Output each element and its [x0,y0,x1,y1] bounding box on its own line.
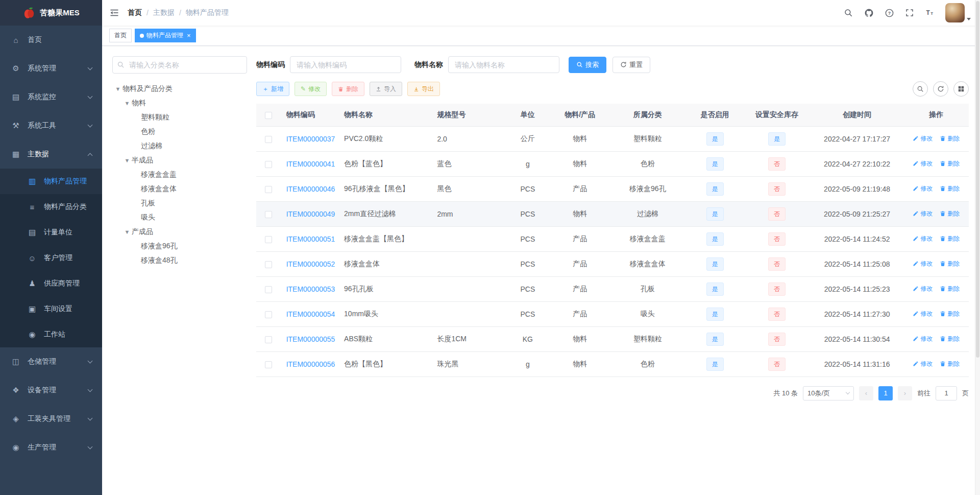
tree-node-9[interactable]: ▼吸头 [112,210,247,225]
tree-node-0[interactable]: ▼物料及产品分类 [112,82,247,96]
search-icon[interactable] [843,8,853,18]
sidebar-item-system-manage[interactable]: ⚙系统管理 [0,54,102,83]
close-icon[interactable]: × [187,32,191,39]
row-delete-button[interactable]: 删除 [940,335,960,343]
material-code-link[interactable]: ITEM00000055 [286,335,335,343]
row-edit-button[interactable]: 修改 [913,335,933,343]
row-delete-button[interactable]: 删除 [940,134,960,143]
row-edit-button[interactable]: 修改 [913,159,933,168]
tree-node-10[interactable]: ▼产成品 [112,225,247,239]
material-code-link[interactable]: ITEM00000056 [286,360,335,368]
sidebar-item-measure-unit[interactable]: ▤计量单位 [0,220,102,245]
edit-button[interactable]: ✎ 修改 [295,82,327,96]
row-checkbox[interactable] [265,211,272,218]
material-code-link[interactable]: ITEM00000041 [286,160,335,168]
sidebar-item-home[interactable]: ⌂首页 [0,26,102,54]
material-code-input[interactable] [290,56,401,73]
row-edit-button[interactable]: 修改 [913,234,933,243]
row-edit-button[interactable]: 修改 [913,184,933,193]
refresh-table-button[interactable] [933,81,948,97]
row-delete-button[interactable]: 删除 [940,209,960,218]
prev-page-button[interactable]: ‹ [859,386,873,400]
export-button[interactable]: 导出 [407,82,440,96]
user-avatar[interactable] [945,3,965,22]
sidebar-item-supplier-manage[interactable]: ♟供应商管理 [0,271,102,296]
material-code-link[interactable]: ITEM00000046 [286,185,335,193]
next-page-button[interactable]: › [898,386,912,400]
row-edit-button[interactable]: 修改 [913,134,933,143]
sidebar-item-workshop-settings[interactable]: ▣车间设置 [0,296,102,322]
github-icon[interactable] [864,8,874,18]
row-checkbox[interactable] [265,286,272,293]
tree-node-2[interactable]: ▼塑料颗粒 [112,110,247,125]
add-button[interactable]: ＋ 新增 [256,82,289,96]
tree-node-8[interactable]: ▼孔板 [112,196,247,210]
breadcrumb-item-0[interactable]: 首页 [128,8,142,17]
fullscreen-icon[interactable] [904,8,915,18]
material-code-link[interactable]: ITEM00000051 [286,235,335,243]
row-edit-button[interactable]: 修改 [913,285,933,293]
scrollbar[interactable] [975,0,980,495]
tree-node-1[interactable]: ▼物料 [112,96,247,110]
font-size-icon[interactable]: TT [925,8,935,18]
row-checkbox[interactable] [265,161,272,168]
sidebar-item-workstation[interactable]: ◉工作站 [0,322,102,347]
tree-node-11[interactable]: ▼移液盒96孔 [112,239,247,253]
row-delete-button[interactable]: 删除 [940,260,960,268]
tab-1[interactable]: 物料产品管理× [135,29,196,42]
tree-node-3[interactable]: ▼色粉 [112,125,247,139]
row-delete-button[interactable]: 删除 [940,234,960,243]
import-button[interactable]: 导入 [370,82,402,96]
sidebar-item-customer-manage[interactable]: ☺客户管理 [0,245,102,271]
material-code-link[interactable]: ITEM00000049 [286,210,335,218]
row-checkbox[interactable] [265,311,272,318]
sidebar-item-material-product-manage[interactable]: ▥物料产品管理 [0,169,102,194]
user-menu[interactable] [945,3,971,22]
row-delete-button[interactable]: 删除 [940,360,960,368]
search-button[interactable]: 搜索 [569,57,606,73]
sidebar-item-fixture-manage[interactable]: ◈工装夹具管理 [0,405,102,433]
scrollbar-thumb[interactable] [976,1,979,358]
row-checkbox[interactable] [265,336,272,343]
app-logo[interactable]: 苦糖果MES [0,0,102,26]
reset-button[interactable]: 重置 [612,57,650,73]
page-number-button[interactable]: 1 [878,386,893,400]
row-checkbox[interactable] [265,361,272,368]
toggle-search-button[interactable] [913,81,928,97]
row-checkbox[interactable] [265,261,272,268]
tree-node-5[interactable]: ▼半成品 [112,153,247,168]
row-delete-button[interactable]: 删除 [940,184,960,193]
goto-page-input[interactable] [936,386,957,400]
row-checkbox[interactable] [265,236,272,243]
question-icon[interactable]: ? [884,8,894,18]
tree-node-7[interactable]: ▼移液盒盒体 [112,182,247,196]
row-edit-button[interactable]: 修改 [913,260,933,268]
row-edit-button[interactable]: 修改 [913,360,933,368]
sidebar-item-master-data[interactable]: ▦主数据 [0,140,102,169]
delete-button[interactable]: 删除 [332,82,364,96]
row-delete-button[interactable]: 删除 [940,285,960,293]
row-checkbox[interactable] [265,136,272,143]
hamburger-icon[interactable] [109,8,119,18]
sidebar-item-material-product-category[interactable]: ≡物料产品分类 [0,194,102,220]
select-all-checkbox[interactable] [265,112,272,119]
tab-0[interactable]: 首页 [109,29,132,42]
sidebar-item-warehouse-manage[interactable]: ◫仓储管理 [0,347,102,376]
page-size-select[interactable]: 10条/页 [803,386,854,400]
material-name-input[interactable] [448,56,559,73]
material-code-link[interactable]: ITEM00000037 [286,135,335,143]
tree-node-4[interactable]: ▼过滤棉 [112,139,247,153]
material-code-link[interactable]: ITEM00000054 [286,310,335,318]
row-checkbox[interactable] [265,186,272,193]
material-code-link[interactable]: ITEM00000052 [286,260,335,268]
sidebar-item-production-manage[interactable]: ◉生产管理 [0,433,102,462]
row-delete-button[interactable]: 删除 [940,310,960,318]
material-code-link[interactable]: ITEM00000053 [286,285,335,293]
row-edit-button[interactable]: 修改 [913,209,933,218]
tree-node-6[interactable]: ▼移液盒盒盖 [112,168,247,182]
row-delete-button[interactable]: 删除 [940,159,960,168]
sidebar-item-system-monitor[interactable]: ▤系统监控 [0,83,102,111]
column-settings-button[interactable] [953,81,969,97]
row-edit-button[interactable]: 修改 [913,310,933,318]
sidebar-item-equipment-manage[interactable]: ❖设备管理 [0,376,102,405]
